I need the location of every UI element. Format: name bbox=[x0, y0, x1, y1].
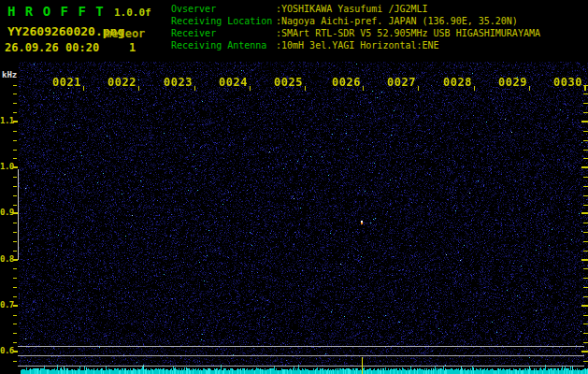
frequency-unit-label: kHz bbox=[2, 70, 17, 79]
y-axis-minor-tick bbox=[13, 140, 17, 141]
y-axis-minor-tick bbox=[13, 85, 17, 86]
x-axis-time-label: 0028 bbox=[443, 76, 472, 89]
y-axis-right-minor-tick bbox=[583, 342, 588, 343]
y-axis-right-major-tick bbox=[581, 305, 588, 307]
y-axis-minor-tick bbox=[13, 103, 17, 104]
observer-value: :YOSHIKAWA Yasufumi /JG2MLI bbox=[276, 4, 428, 14]
y-axis-minor-tick bbox=[13, 223, 17, 223]
location-value: :Nagoya Aichi-pref. JAPAN (136.90E, 35.2… bbox=[276, 16, 518, 26]
y-axis-tick-label: 1.0 bbox=[0, 162, 13, 171]
x-axis-time-label: 0021 bbox=[52, 76, 81, 89]
y-axis-minor-tick bbox=[13, 324, 17, 324]
y-axis-minor-tick bbox=[13, 361, 17, 362]
y-axis-minor-tick bbox=[13, 186, 17, 187]
y-axis-tick-label: 0.9 bbox=[0, 208, 13, 217]
observer-row: Ovserver:YOSHIKAWA Yasufumi /JG2MLI bbox=[171, 3, 540, 15]
y-axis-minor-tick bbox=[13, 315, 17, 316]
meteor-count: 1 bbox=[129, 41, 136, 54]
y-axis-right-minor-tick bbox=[583, 131, 588, 132]
x-axis-time-label: 0030 bbox=[553, 76, 582, 89]
y-axis-major-tick bbox=[13, 305, 18, 307]
app-title: H R O F F T bbox=[7, 4, 105, 19]
y-axis-right-major-tick bbox=[581, 259, 588, 261]
y-axis-right-minor-tick bbox=[583, 361, 588, 362]
meteor-event-marker bbox=[362, 357, 363, 374]
y-axis-right-minor-tick bbox=[583, 158, 588, 159]
app-version: 1.0.0f bbox=[114, 7, 151, 19]
reference-line-lower bbox=[18, 366, 584, 367]
x-axis-time-label: 0022 bbox=[108, 76, 136, 89]
antenna-label: Receiving Antenna bbox=[171, 39, 276, 51]
location-label: Receiving Location bbox=[171, 15, 276, 27]
y-axis-right-minor-tick bbox=[583, 195, 588, 196]
y-axis-major-tick bbox=[13, 212, 18, 214]
y-axis-major-tick bbox=[13, 166, 18, 168]
x-axis-tick-mark bbox=[138, 86, 139, 91]
x-axis-tick-mark bbox=[529, 86, 530, 91]
antenna-value: :10mH 3el.YAGI Horizontal:ENE bbox=[276, 40, 439, 50]
y-axis-minor-tick bbox=[13, 94, 17, 94]
mode-label: meteor bbox=[105, 27, 145, 40]
y-axis-major-tick bbox=[13, 259, 18, 261]
y-axis-minor-tick bbox=[13, 287, 17, 288]
x-axis-tick-mark bbox=[305, 86, 306, 91]
y-axis-major-tick bbox=[13, 121, 18, 122]
x-axis-tick-mark bbox=[250, 86, 251, 91]
left-scale-bar bbox=[18, 169, 19, 260]
y-axis-right-minor-tick bbox=[583, 251, 588, 252]
receiver-label: Receiver bbox=[171, 27, 276, 39]
y-axis-minor-tick bbox=[13, 251, 17, 252]
y-axis-right-minor-tick bbox=[583, 186, 588, 187]
y-axis-minor-tick bbox=[13, 296, 17, 297]
observer-label: Ovserver bbox=[171, 3, 276, 15]
y-axis-major-tick bbox=[13, 351, 18, 352]
y-axis-right-minor-tick bbox=[583, 296, 588, 297]
location-row: Receiving Location:Nagoya Aichi-pref. JA… bbox=[171, 15, 540, 27]
x-axis-tick-mark bbox=[83, 86, 84, 91]
x-axis-tick-mark bbox=[474, 86, 475, 91]
meteor-echo-dot-tail bbox=[361, 223, 363, 224]
y-axis-right-minor-tick bbox=[583, 324, 588, 324]
y-axis-minor-tick bbox=[13, 131, 17, 132]
reference-line-middle bbox=[18, 355, 584, 356]
y-axis-right-minor-tick bbox=[583, 268, 588, 269]
y-axis-minor-tick bbox=[13, 278, 17, 279]
x-axis-tick-mark bbox=[418, 86, 419, 91]
reference-line-upper bbox=[18, 346, 584, 347]
y-axis-right-minor-tick bbox=[583, 315, 588, 316]
y-axis-minor-tick bbox=[13, 268, 17, 269]
y-axis-right-minor-tick bbox=[583, 278, 588, 279]
y-axis-tick-label: 0.6 bbox=[0, 346, 13, 355]
y-axis-right-minor-tick bbox=[583, 177, 588, 178]
x-axis-tick-mark bbox=[194, 86, 195, 91]
y-axis-tick-label: 0.7 bbox=[0, 300, 13, 309]
y-axis-right-major-tick bbox=[581, 212, 588, 214]
y-axis-minor-tick bbox=[13, 177, 17, 178]
y-axis-minor-tick bbox=[13, 205, 17, 206]
y-axis-right-minor-tick bbox=[583, 241, 588, 242]
spectrogram-noise-canvas bbox=[19, 62, 588, 374]
y-axis-right-minor-tick bbox=[583, 94, 588, 94]
y-axis-right-minor-tick bbox=[583, 205, 588, 206]
y-axis-minor-tick bbox=[13, 342, 17, 343]
x-axis-time-label: 0024 bbox=[219, 76, 248, 89]
receiver-row: Receiver:SMArt RTL-SDR V5 52.905MHz USB … bbox=[171, 27, 540, 39]
y-axis-right-major-tick bbox=[581, 166, 588, 168]
x-axis-edge-tick bbox=[585, 86, 586, 91]
y-axis-right-minor-tick bbox=[583, 112, 588, 113]
y-axis-right-minor-tick bbox=[583, 333, 588, 334]
observation-info: Ovserver:YOSHIKAWA Yasufumi /JG2MLI Rece… bbox=[171, 3, 540, 51]
y-axis-right-minor-tick bbox=[583, 150, 588, 151]
y-axis-minor-tick bbox=[13, 112, 17, 113]
antenna-row: Receiving Antenna:10mH 3el.YAGI Horizont… bbox=[171, 39, 540, 51]
y-axis-minor-tick bbox=[13, 195, 17, 196]
y-axis-right-minor-tick bbox=[583, 287, 588, 288]
x-axis-tick-mark bbox=[363, 86, 364, 91]
hrofft-window: H R O F F T 1.0.0f YY2609260020.png mete… bbox=[0, 0, 588, 374]
y-axis-minor-tick bbox=[13, 232, 17, 233]
y-axis-minor-tick bbox=[13, 158, 17, 159]
y-axis-right-minor-tick bbox=[583, 232, 588, 233]
x-axis-time-label: 0029 bbox=[498, 76, 527, 89]
y-axis-minor-tick bbox=[13, 333, 17, 334]
y-axis-right-minor-tick bbox=[583, 223, 588, 223]
